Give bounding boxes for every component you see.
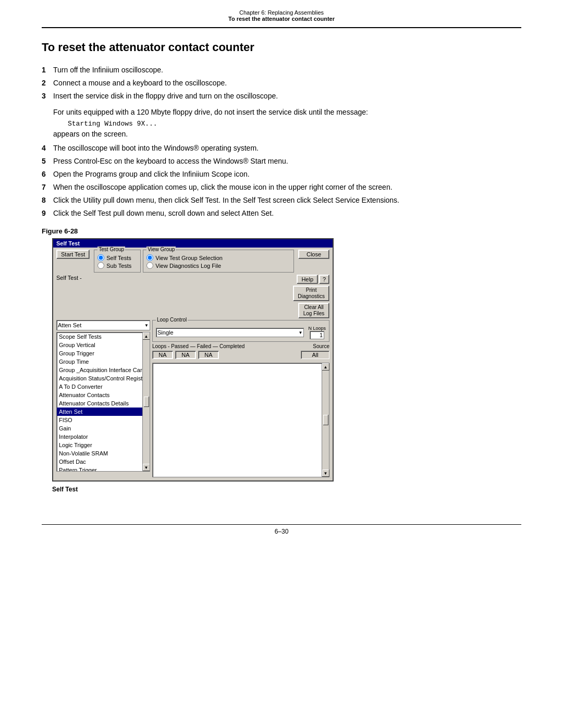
step-text-1: Turn off the Infiniium oscilloscope. xyxy=(53,65,521,76)
list-item[interactable]: Group Vertical xyxy=(57,341,150,349)
list-scrollable[interactable]: Scope Self TestsGroup VerticalGroup Trig… xyxy=(56,332,150,472)
help-question-button[interactable]: ? xyxy=(319,275,329,284)
radio-self-tests-input[interactable] xyxy=(97,254,104,261)
radio-view-diagnostics-label: View Diagnostics Log File xyxy=(155,263,221,269)
self-test-window: Self Test Start Test Test Group Self Tes… xyxy=(52,238,334,482)
loop-control-box: Loop Control Single ▼ N Loops 1 xyxy=(152,320,329,342)
step-number-3: 3 xyxy=(42,91,53,102)
page-number: 6–30 xyxy=(275,528,289,535)
steps-list-2: 4 The oscilloscope will boot into the Wi… xyxy=(42,143,521,219)
list-items: Scope Self TestsGroup VerticalGroup Trig… xyxy=(57,332,150,472)
print-diagnostics-button[interactable]: Print Diagnostics xyxy=(293,286,329,301)
start-test-button[interactable]: Start Test xyxy=(56,250,90,259)
list-item[interactable]: Group Trigger xyxy=(57,349,150,357)
list-scrollbar[interactable]: ▲ ▼ xyxy=(142,332,150,471)
radio-self-tests: Self Tests xyxy=(97,254,137,261)
list-item[interactable]: Gain xyxy=(57,424,150,433)
header: Chapter 6: Replacing Assemblies To reset… xyxy=(0,0,563,24)
top-button-row: Start Test Test Group Self Tests xyxy=(56,250,329,273)
list-item[interactable]: Interpolator xyxy=(57,433,150,441)
radio-view-test-group: View Test Group Selection xyxy=(146,254,290,261)
step-number-8: 8 xyxy=(42,195,53,206)
radio-self-tests-label: Self Tests xyxy=(106,255,131,261)
passed-label: Passed xyxy=(171,343,188,349)
loop-row: Single ▼ N Loops 1 xyxy=(156,326,326,339)
test-group-label: Test Group xyxy=(97,246,125,252)
groups-area: Test Group Self Tests Sub Tests xyxy=(94,250,294,273)
help-button[interactable]: Help xyxy=(297,275,318,284)
step-number-6: 6 xyxy=(42,169,53,180)
view-group-label: View Group xyxy=(146,246,176,252)
list-item[interactable]: Pattern Trigger xyxy=(57,466,150,472)
list-item[interactable]: Logic Trigger xyxy=(57,441,150,449)
step-text-5: Press Control-Esc on the keyboard to acc… xyxy=(53,156,521,167)
loops-label: Loops - xyxy=(152,343,169,349)
atten-set-dropdown-row: Atten Set ▼ xyxy=(56,320,150,330)
window-title: Self Test xyxy=(56,240,80,246)
step-number-2: 2 xyxy=(42,78,53,89)
separator1: — xyxy=(190,343,195,349)
scroll-up-arrow[interactable]: ▲ xyxy=(143,332,150,340)
list-panel: Atten Set ▼ Scope Self TestsGroup Vertic… xyxy=(56,320,150,477)
footer: 6–30 xyxy=(0,525,563,538)
step-5: 5 Press Control-Esc on the keyboard to a… xyxy=(42,156,521,167)
step-text-6: Open the Programs group and click the In… xyxy=(53,169,521,180)
na-values-row: NA NA NA All xyxy=(152,351,329,359)
scroll-down-arrow[interactable]: ▼ xyxy=(143,464,150,471)
list-item[interactable]: Acquisition Status/Control Register xyxy=(57,374,150,382)
list-item[interactable]: Non-Volatile SRAM xyxy=(57,449,150,458)
step-text-7: When the oscilloscope application comes … xyxy=(53,182,521,193)
results-scroll-thumb[interactable] xyxy=(323,415,328,425)
n-loops-value: 1 xyxy=(310,331,324,339)
radio-sub-tests-input[interactable] xyxy=(97,262,104,269)
step-number-4: 4 xyxy=(42,143,53,154)
steps-list: 1 Turn off the Infiniium oscilloscope. 2… xyxy=(42,65,521,102)
completed-label: Completed xyxy=(219,343,244,349)
loop-dropdown-arrow-icon[interactable]: ▼ xyxy=(299,330,303,335)
section-title: To reset the attenuator contact counter xyxy=(42,41,521,54)
loops-status-bar: Loops - Passed — Failed — Completed Sour… xyxy=(152,343,329,349)
list-item[interactable]: Group _Acquisition Interface Card xyxy=(57,366,150,374)
radio-sub-tests: Sub Tests xyxy=(97,262,137,269)
n-loops-group: N Loops 1 xyxy=(308,326,326,339)
step-text-2: Connect a mouse and a keyboard to the os… xyxy=(53,78,521,89)
loop-dropdown-value: Single xyxy=(157,329,299,336)
completed-value: NA xyxy=(198,351,219,359)
n-loops-number: 1 xyxy=(320,332,323,338)
list-item[interactable]: Attenuator Contacts Details xyxy=(57,399,150,408)
step-3-indented: Starting Windows 9X... xyxy=(68,120,521,128)
right-controls: Loop Control Single ▼ N Loops 1 xyxy=(152,320,329,477)
list-item[interactable]: Offset Dac xyxy=(57,458,150,466)
close-button[interactable]: Close xyxy=(298,250,329,259)
main-area: Atten Set ▼ Scope Self TestsGroup Vertic… xyxy=(56,320,329,477)
right-action-buttons: Help ? Print Diagnostics Clear All Log F… xyxy=(293,275,329,318)
view-group-box: View Group View Test Group Selection Vie… xyxy=(143,250,294,273)
list-item[interactable]: Group Time xyxy=(57,357,150,366)
step-number-1: 1 xyxy=(42,65,53,76)
step-text-4: The oscilloscope will boot into the Wind… xyxy=(53,143,521,154)
step-8: 8 Click the Utility pull down menu, then… xyxy=(42,195,521,206)
scroll-thumb[interactable] xyxy=(144,397,149,407)
results-scrollbar[interactable]: ▲ ▼ xyxy=(322,363,329,477)
radio-view-diagnostics-input[interactable] xyxy=(146,262,153,269)
source-label: Source xyxy=(313,343,329,349)
results-scroll-up[interactable]: ▲ xyxy=(322,363,329,371)
figure-caption: Self Test xyxy=(52,486,521,493)
list-item[interactable]: Atten Set xyxy=(57,408,150,416)
loop-dropdown-row: Single ▼ xyxy=(156,328,304,337)
list-item[interactable]: Attenuator Contacts xyxy=(57,391,150,399)
clear-all-log-files-button[interactable]: Clear All Log Files xyxy=(298,303,329,318)
header-chapter: Chapter 6: Replacing Assemblies xyxy=(42,9,521,16)
step-7: 7 When the oscilloscope application come… xyxy=(42,182,521,193)
list-item[interactable]: Scope Self Tests xyxy=(57,332,150,341)
step-2: 2 Connect a mouse and a keyboard to the … xyxy=(42,78,521,89)
dropdown-arrow-icon[interactable]: ▼ xyxy=(144,323,149,328)
radio-view-test-group-input[interactable] xyxy=(146,254,153,261)
results-scroll-down[interactable]: ▼ xyxy=(322,470,329,477)
list-item[interactable]: FISO xyxy=(57,416,150,424)
step-3-continuation2: appears on the screen. xyxy=(53,129,521,140)
content: To reset the attenuator contact counter … xyxy=(0,28,563,514)
list-item[interactable]: A To D Converter xyxy=(57,382,150,391)
radio-view-test-group-label: View Test Group Selection xyxy=(155,255,223,261)
source-value: All xyxy=(301,351,329,359)
